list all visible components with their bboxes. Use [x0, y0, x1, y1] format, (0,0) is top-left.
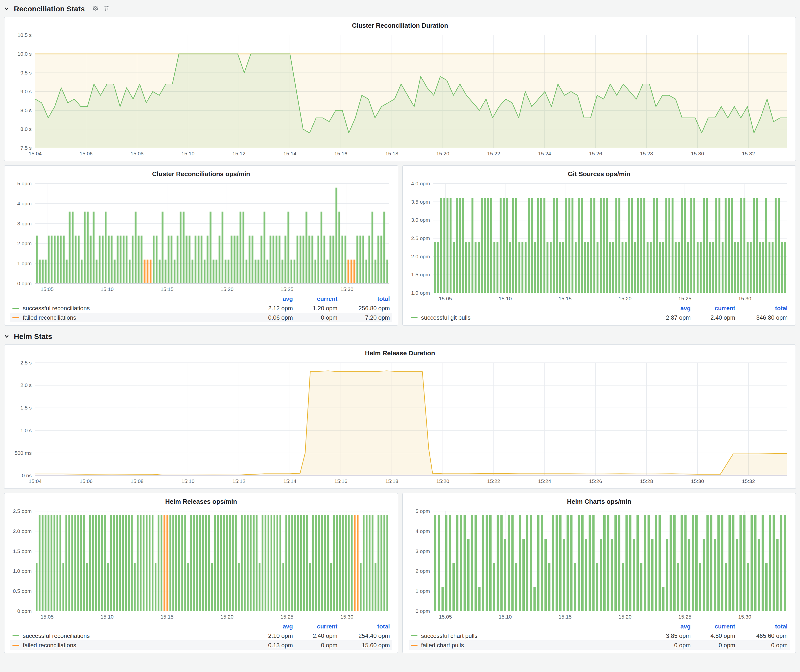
svg-text:15:04: 15:04 — [29, 478, 42, 484]
series-name[interactable]: failed reconciliations — [23, 642, 76, 648]
legend-total: 15.60 opm — [339, 642, 392, 648]
legend-header-total[interactable]: total — [737, 305, 790, 312]
legend-current: 0 opm — [295, 642, 339, 648]
legend-header-avg[interactable]: avg — [648, 305, 693, 312]
git-sources-chart[interactable]: 1.0 opm1.5 opm2.0 opm2.5 opm3.0 opm3.5 o… — [408, 180, 790, 303]
svg-text:15:20: 15:20 — [221, 614, 234, 619]
svg-text:15:14: 15:14 — [283, 478, 297, 484]
svg-text:15:22: 15:22 — [487, 151, 500, 156]
legend-row-successful: successful reconciliations 2.10 opm 2.40… — [10, 631, 392, 640]
legend-header-total[interactable]: total — [339, 295, 392, 302]
panel-git-sources-opm: Git Sources ops/min 1.0 opm1.5 opm2.0 op… — [402, 165, 796, 326]
svg-text:15:10: 15:10 — [101, 614, 114, 619]
legend-header-current[interactable]: current — [693, 305, 737, 312]
trash-icon[interactable] — [104, 5, 110, 12]
legend-header-avg[interactable]: avg — [648, 623, 693, 630]
svg-text:2.5 opm: 2.5 opm — [13, 508, 32, 514]
svg-text:15:28: 15:28 — [640, 478, 653, 484]
row-header-reconciliation-stats[interactable]: Reconciliation Stats — [4, 2, 796, 15]
panel-helm-releases-opm: Helm Releases ops/min 0 opm0.5 opm1.0 op… — [4, 493, 398, 653]
section-title[interactable]: Reconciliation Stats — [14, 4, 85, 13]
series-name[interactable]: failed reconciliations — [23, 314, 76, 321]
series-marker-green — [411, 635, 418, 636]
svg-text:15:20: 15:20 — [436, 478, 450, 484]
legend-total: 465.60 opm — [737, 632, 790, 639]
panel-title[interactable]: Cluster Reconciliations ops/min — [10, 168, 393, 180]
helm-releases-chart[interactable]: 0 opm0.5 opm1.0 opm1.5 opm2.0 opm2.5 opm… — [10, 507, 393, 621]
legend-header-row: avg current total — [10, 294, 392, 303]
svg-text:1.5 s: 1.5 s — [20, 405, 32, 410]
series-name[interactable]: successful reconciliations — [23, 632, 90, 639]
cluster-reconciliations-chart[interactable]: 0 opm1 opm2 opm3 opm4 opm5 opm15:0515:10… — [10, 180, 393, 293]
svg-text:1.5 opm: 1.5 opm — [411, 272, 430, 277]
svg-text:15:08: 15:08 — [131, 478, 144, 484]
legend-total: 346.80 opm — [737, 314, 790, 321]
svg-text:1.0 opm: 1.0 opm — [411, 290, 430, 296]
svg-text:8.0 s: 8.0 s — [20, 126, 32, 132]
legend-header-total[interactable]: total — [737, 623, 790, 630]
gear-icon[interactable] — [92, 5, 99, 12]
panel-title[interactable]: Helm Releases ops/min — [10, 496, 393, 507]
helm-release-duration-chart[interactable]: 0 ns500 ms1.0 s1.5 s2.0 s2.5 s15:0415:06… — [10, 359, 790, 485]
legend: avg current total successful reconciliat… — [10, 293, 393, 322]
row-header-helm-stats[interactable]: Helm Stats — [4, 330, 796, 342]
svg-text:15:05: 15:05 — [40, 286, 54, 292]
chevron-down-icon[interactable] — [4, 6, 10, 11]
svg-text:0 ns: 0 ns — [22, 473, 32, 478]
legend-header-current[interactable]: current — [295, 295, 339, 302]
svg-text:4 opm: 4 opm — [416, 528, 430, 534]
svg-text:2.5 opm: 2.5 opm — [411, 235, 430, 241]
svg-text:9.0 s: 9.0 s — [20, 89, 32, 94]
panel-title[interactable]: Helm Charts ops/min — [408, 496, 790, 507]
legend: avg current total successful reconciliat… — [10, 621, 393, 650]
cluster-reconciliation-duration-chart[interactable]: 7.5 s8.0 s8.5 s9.0 s9.5 s10.0 s10.5 s15:… — [10, 31, 790, 158]
legend-total: 7.20 opm — [339, 314, 392, 321]
legend-header-row: avg current total — [10, 622, 392, 631]
legend-header-total[interactable]: total — [339, 623, 392, 630]
legend-header-avg[interactable]: avg — [250, 623, 295, 630]
series-name[interactable]: successful chart pulls — [421, 632, 477, 639]
chevron-down-icon[interactable] — [4, 333, 10, 339]
svg-text:15:12: 15:12 — [232, 151, 246, 156]
series-name[interactable]: failed chart pulls — [421, 642, 464, 648]
svg-text:0.5 opm: 0.5 opm — [13, 588, 32, 594]
svg-text:3.5 opm: 3.5 opm — [411, 199, 430, 205]
legend-current: 4.80 opm — [693, 632, 737, 639]
series-marker-orange — [12, 645, 19, 646]
legend-header-avg[interactable]: avg — [250, 295, 295, 302]
svg-text:15:16: 15:16 — [334, 478, 347, 484]
svg-text:15:18: 15:18 — [386, 151, 398, 156]
svg-text:2.0 s: 2.0 s — [20, 382, 32, 388]
svg-text:15:10: 15:10 — [499, 296, 512, 301]
panel-title[interactable]: Cluster Reconciliation Duration — [10, 20, 790, 31]
svg-text:15:05: 15:05 — [40, 614, 54, 619]
svg-text:15:20: 15:20 — [436, 151, 450, 156]
svg-text:0 opm: 0 opm — [416, 608, 430, 614]
series-name[interactable]: successful reconciliations — [23, 305, 90, 312]
series-name[interactable]: successful git pulls — [421, 314, 470, 321]
legend-header-current[interactable]: current — [295, 623, 339, 630]
helm-charts-chart[interactable]: 0 opm1 opm2 opm3 opm4 opm5 opm15:0515:10… — [408, 507, 790, 621]
svg-text:15:30: 15:30 — [341, 614, 354, 619]
legend-header-row: avg current total — [409, 303, 790, 313]
legend: avg current total successful git pulls 2… — [408, 303, 790, 322]
svg-text:15:32: 15:32 — [742, 151, 755, 156]
svg-text:15:28: 15:28 — [640, 151, 653, 156]
legend-row-failed: failed reconciliations 0.06 opm 0 opm 7.… — [10, 313, 392, 322]
legend-current: 2.40 opm — [295, 632, 339, 639]
legend: avg current total successful chart pulls… — [408, 621, 790, 650]
svg-text:15:16: 15:16 — [334, 151, 347, 156]
svg-text:15:18: 15:18 — [386, 478, 398, 484]
svg-text:1 opm: 1 opm — [416, 588, 430, 594]
legend-avg: 0.13 opm — [250, 642, 295, 648]
section-title[interactable]: Helm Stats — [14, 332, 52, 340]
svg-text:15:06: 15:06 — [80, 151, 93, 156]
legend-row-failed: failed chart pulls 0 opm 0 opm 0 opm — [409, 640, 790, 650]
svg-text:15:08: 15:08 — [131, 151, 144, 156]
series-marker-green — [12, 635, 19, 636]
panel-title[interactable]: Helm Release Duration — [10, 347, 790, 359]
svg-text:1.5 opm: 1.5 opm — [13, 548, 32, 554]
legend-header-current[interactable]: current — [693, 623, 737, 630]
panel-title[interactable]: Git Sources ops/min — [408, 168, 790, 180]
svg-text:0 opm: 0 opm — [17, 281, 32, 286]
